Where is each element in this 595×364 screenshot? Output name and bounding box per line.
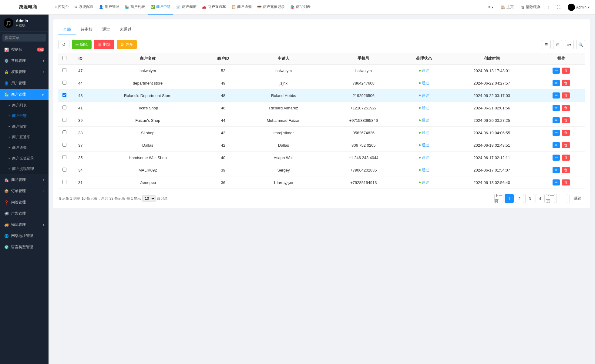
topnav-item-sysconfig[interactable]: ⚙ 系统配置 bbox=[72, 0, 96, 15]
select-all-checkbox[interactable] bbox=[62, 56, 66, 60]
sidebar-item-orders[interactable]: 📦 订单管理 › bbox=[0, 185, 49, 197]
per-page-select[interactable]: 10 20 50 bbox=[142, 195, 156, 202]
topnav-sort[interactable]: ↕ bbox=[546, 5, 551, 9]
sidebar-submenu-notify[interactable]: • 商户通知 bbox=[0, 142, 49, 153]
delete-button[interactable]: 🗑 删除 bbox=[94, 40, 114, 49]
view-grid-button[interactable]: ⊞ bbox=[553, 40, 562, 49]
row-name: Handsome Wall Shop bbox=[91, 152, 205, 164]
refresh-button[interactable]: ↺ bbox=[58, 40, 69, 49]
status-dot bbox=[419, 82, 421, 84]
sidebar-item-permissions[interactable]: 🔒 权限管理 › bbox=[0, 66, 49, 78]
table-row: 31 Империя 36 Шамсудин +79285154913 通过 2… bbox=[58, 176, 585, 189]
jump-button[interactable]: 跳转 bbox=[570, 194, 585, 203]
topnav-item-productlist[interactable]: 🛍️ 商品列表 bbox=[288, 0, 313, 15]
page-2-button[interactable]: 2 bbox=[515, 194, 524, 203]
topnav-menu-icon[interactable]: ≡▾ bbox=[486, 5, 495, 9]
topnav-item-usermgr[interactable]: 👤 用户管理 bbox=[96, 0, 122, 15]
delete-row-button[interactable]: 🗑 bbox=[562, 155, 570, 161]
sidebar-submenu-recharge[interactable]: • 商户充值记录 bbox=[0, 153, 49, 164]
edit-row-button[interactable]: ✏ bbox=[553, 117, 560, 123]
row-checkbox[interactable] bbox=[62, 105, 66, 109]
topnav-item-direct[interactable]: 🚗 商户直通车 bbox=[200, 0, 228, 15]
search-button[interactable]: 🔍 bbox=[576, 40, 585, 49]
status-text: 通过 bbox=[422, 180, 429, 185]
topnav-item-recharge[interactable]: 💳 商户充值记录 bbox=[255, 0, 287, 15]
edit-row-button[interactable]: ✏ bbox=[553, 68, 560, 74]
edit-row-button[interactable]: ✏ bbox=[553, 155, 560, 161]
delete-row-button[interactable]: 🗑 bbox=[562, 105, 570, 111]
sidebar-submenu-label: 商户列表 bbox=[12, 103, 27, 108]
edit-row-button[interactable]: ✏ bbox=[553, 80, 560, 86]
edit-button[interactable]: ✏ 编辑 bbox=[72, 40, 92, 49]
topnav-admin[interactable]: Admin ▾ bbox=[566, 4, 591, 11]
sidebar-submenu-merchantlist[interactable]: • 商户列表 bbox=[0, 100, 49, 111]
search-input[interactable] bbox=[2, 34, 46, 42]
delete-row-button[interactable]: 🗑 bbox=[562, 68, 570, 74]
delete-row-button[interactable]: 🗑 bbox=[562, 167, 570, 173]
pagination-info-text: 显示第 1 到第 10 条记录，总共 33 条记录 每页显示 bbox=[58, 196, 141, 201]
sidebar-item-products[interactable]: 🛍️ 商品管理 › bbox=[0, 174, 49, 185]
row-checkbox[interactable] bbox=[62, 93, 66, 97]
sidebar-item-network[interactable]: 🌐 网络地址管理 bbox=[0, 230, 49, 242]
edit-row-button[interactable]: ✏ bbox=[553, 130, 560, 136]
prev-page-button[interactable]: 上一页 bbox=[494, 194, 503, 203]
tab-rejected[interactable]: 未通过 bbox=[115, 24, 136, 35]
delete-row-button[interactable]: 🗑 bbox=[562, 80, 570, 86]
sidebar-item-qa[interactable]: ❓ 问答管理 bbox=[0, 197, 49, 208]
row-checkbox[interactable] bbox=[62, 118, 66, 122]
page-3-button[interactable]: 3 bbox=[525, 194, 534, 203]
row-checkbox[interactable] bbox=[62, 155, 66, 159]
page-1-button[interactable]: 1 bbox=[505, 194, 514, 203]
table-row: 43 Roland's Department Store 48 Roland H… bbox=[58, 89, 585, 102]
sidebar-submenu-merchantapply[interactable]: • 商户申请 bbox=[0, 111, 49, 121]
delete-row-button[interactable]: 🗑 bbox=[562, 179, 570, 185]
sidebar-item-logistics[interactable]: 🚚 物流管理 › bbox=[0, 219, 49, 230]
topnav-expand[interactable]: ⛶ bbox=[555, 5, 562, 9]
topnav-item-notify[interactable]: 📋 商户通知 bbox=[229, 0, 254, 15]
delete-row-button[interactable]: 🗑 bbox=[562, 142, 570, 148]
row-created: 2024-06-19 04:06:55 bbox=[446, 127, 537, 139]
sidebar-item-dashboard[interactable]: 📊 控制台 hot bbox=[0, 44, 49, 55]
page-4-button[interactable]: 4 bbox=[536, 194, 545, 203]
topnav-item-dashboard[interactable]: ≡ 控制台 bbox=[52, 0, 71, 15]
topnav-item-merchantapply[interactable]: ✅ 商户申请 bbox=[148, 0, 173, 15]
topnav-clear-cache[interactable]: 🗑 清除缓存 bbox=[519, 5, 542, 10]
sidebar-submenu-showcase[interactable]: • 商户橱窗 bbox=[0, 121, 49, 132]
view-list-button[interactable]: ☰ bbox=[542, 40, 551, 49]
columns-button[interactable]: ≡▾ bbox=[565, 40, 574, 49]
row-checkbox[interactable] bbox=[62, 130, 66, 134]
edit-row-button[interactable]: ✏ bbox=[553, 179, 560, 185]
sidebar-item-merchants[interactable]: 🏪 商户管理 ∨ bbox=[0, 89, 49, 100]
tab-approved[interactable]: 通过 bbox=[97, 24, 115, 35]
page-jump: 跳转 bbox=[556, 194, 585, 203]
sidebar-item-users[interactable]: 👤 用户管理 › bbox=[0, 78, 49, 89]
topnav-item-merchantlist[interactable]: 🏪 商户列表 bbox=[122, 0, 147, 15]
edit-row-button[interactable]: ✏ bbox=[553, 92, 560, 99]
sidebar-item-ads[interactable]: 📢 广告管理 bbox=[0, 208, 49, 219]
edit-row-button[interactable]: ✏ bbox=[553, 105, 560, 111]
page-jump-input[interactable] bbox=[556, 194, 568, 203]
row-checkbox[interactable] bbox=[62, 180, 66, 184]
status-text: 通过 bbox=[422, 130, 429, 135]
topnav-home[interactable]: 🏠 主页 bbox=[499, 5, 516, 10]
sidebar-submenu-withdraw[interactable]: • 商户提现管理 bbox=[0, 164, 49, 174]
row-checkbox[interactable] bbox=[62, 81, 66, 85]
sidebar-item-language[interactable]: 🌍 语言类型管理 bbox=[0, 242, 49, 253]
topnav-item-showcase[interactable]: 🛒 商户橱窗 bbox=[174, 0, 199, 15]
row-checkbox[interactable] bbox=[62, 68, 66, 72]
tab-all[interactable]: 全部 bbox=[58, 24, 76, 35]
more-button[interactable]: ⚙ 更多 bbox=[117, 40, 137, 49]
sidebar-submenu-direct[interactable]: • 商户直通车 bbox=[0, 132, 49, 142]
next-page-button[interactable]: 下一页 bbox=[546, 194, 555, 203]
delete-row-button[interactable]: 🗑 bbox=[562, 117, 570, 123]
row-checkbox[interactable] bbox=[62, 143, 66, 147]
edit-row-button[interactable]: ✏ bbox=[553, 142, 560, 148]
status-dot bbox=[419, 157, 421, 159]
edit-row-button[interactable]: ✏ bbox=[553, 167, 560, 173]
sidebar-item-general[interactable]: ⚙️ 常规管理 › bbox=[0, 55, 49, 66]
delete-row-button[interactable]: 🗑 bbox=[562, 92, 570, 99]
row-status: 通过 bbox=[401, 176, 446, 189]
tab-pending[interactable]: 待审核 bbox=[76, 24, 97, 35]
delete-row-button[interactable]: 🗑 bbox=[562, 130, 570, 136]
row-checkbox[interactable] bbox=[62, 168, 66, 172]
